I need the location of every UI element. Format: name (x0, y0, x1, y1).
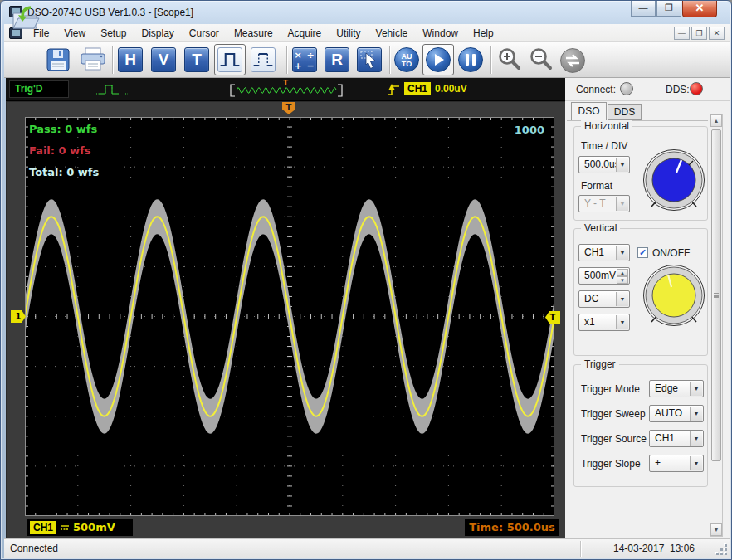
coupling-value: DC (584, 293, 598, 304)
vertical-knob[interactable] (642, 264, 705, 329)
menu-item-help[interactable]: Help (466, 25, 501, 41)
print-button[interactable] (79, 47, 107, 72)
format-dropdown[interactable]: Y - T ▼ (578, 195, 630, 212)
chevron-down-icon: ▼ (616, 315, 628, 329)
probe-value: x1 (584, 316, 595, 328)
trigger-mode-value: Edge (655, 382, 678, 394)
mdi-minimize-button[interactable]: — (674, 27, 690, 40)
pulse-alt-mode-button[interactable] (251, 47, 276, 72)
zoom-in-button[interactable] (496, 46, 523, 73)
trigger-edge-icon (388, 82, 401, 97)
pulse-icon (218, 48, 242, 71)
mdi-close-button[interactable]: ✕ (709, 27, 725, 40)
trigger-mode-dropdown[interactable]: Edge ▼ (649, 380, 704, 397)
menu-item-vehicle[interactable]: Vehicle (368, 25, 416, 41)
channel1-ground-marker[interactable]: 1 (11, 310, 26, 323)
trigger-group-label: Trigger (581, 358, 619, 370)
save-floppy-icon (46, 47, 71, 72)
toolbar-separator (112, 46, 113, 74)
trigger-source-value: CH1 (655, 432, 675, 444)
connect-indicator (620, 82, 633, 95)
volts-div-spinner[interactable]: 500mV ▲ ▼ (578, 267, 630, 285)
trigger-channel-badge: CH1 (404, 82, 431, 95)
dc-coupling-icon (59, 523, 71, 533)
chevron-down-icon: ▼ (616, 246, 628, 260)
scrollbar-down-icon[interactable]: ▼ (710, 523, 722, 536)
cursor-select-button[interactable] (357, 47, 382, 72)
tab-dso[interactable]: DSO (571, 102, 607, 120)
minimize-button[interactable]: — (631, 1, 656, 17)
run-button[interactable] (422, 44, 454, 75)
reference-button[interactable]: R (325, 47, 349, 72)
vertical-system-button[interactable]: V (151, 47, 176, 72)
spinner-up-icon[interactable]: ▲ (617, 269, 628, 276)
maximize-button[interactable]: ❐ (656, 1, 681, 17)
pulse-dashed-icon (251, 48, 275, 71)
trigger-position-marker[interactable]: T (282, 102, 295, 114)
chevron-down-icon: ▼ (690, 382, 702, 396)
connection-row: Connect: DDS: (565, 78, 730, 101)
menu-item-view[interactable]: View (56, 25, 93, 41)
title-bar: DSO-2074G USB Ver1.0.3 - [Scope1] — ❐ ✕ (1, 1, 732, 24)
menu-item-setup[interactable]: Setup (93, 25, 134, 41)
trigger-source-dropdown[interactable]: CH1 ▼ (649, 430, 704, 447)
chevron-down-icon: ▼ (616, 197, 628, 211)
trigger-status-bar: Trig'D T CH1 0.00uV (6, 78, 565, 101)
scope-plot-area[interactable]: Pass: 0 wfs Fail: 0 wfs Total: 0 wfs 100… (25, 117, 554, 516)
math-button[interactable]: × ÷ + − (292, 47, 317, 72)
pulse-preview-icon (95, 81, 129, 98)
total-count: Total: 0 wfs (29, 166, 99, 178)
toolbar: H V T × ÷ + (4, 42, 730, 78)
status-separator (580, 541, 581, 557)
svg-text:÷: ÷ (306, 50, 314, 61)
horizontal-knob[interactable] (642, 149, 705, 213)
time-div-label: Time / DIV (581, 140, 627, 152)
trigger-slope-value: + (655, 457, 661, 469)
trigger-system-button[interactable]: T (184, 47, 209, 72)
channel-dropdown[interactable]: CH1 ▼ (578, 244, 630, 261)
channel-onoff-checkbox[interactable]: ✓ (637, 247, 648, 258)
swap-button[interactable] (560, 48, 585, 73)
chevron-down-icon: ▼ (690, 407, 702, 421)
math-operators-icon: × ÷ + − (293, 48, 316, 71)
time-div-dropdown[interactable]: 500.0us ▼ (578, 156, 630, 173)
mdi-restore-button[interactable]: ❐ (691, 27, 707, 40)
menu-item-cursor[interactable]: Cursor (182, 25, 227, 41)
panel-scrollbar[interactable]: ▲ ▼ (710, 114, 723, 537)
pulse-mode-button[interactable] (214, 44, 246, 75)
zoom-out-button[interactable] (528, 46, 554, 73)
close-button[interactable]: ✕ (682, 1, 717, 17)
scrollbar-thumb[interactable] (711, 129, 721, 461)
open-button[interactable] (11, 5, 41, 32)
save-button[interactable] (46, 47, 71, 72)
menu-item-display[interactable]: Display (134, 25, 182, 41)
buffer-position-preview[interactable]: T (228, 79, 344, 100)
scrollbar-up-icon[interactable]: ▲ (710, 114, 722, 127)
pass-count: Pass: 0 wfs (29, 123, 97, 135)
channel-scale: 500mV (73, 521, 115, 533)
autoset-button[interactable]: AU TO (394, 47, 419, 72)
menu-item-utility[interactable]: Utility (329, 25, 368, 41)
svg-text:×: × (294, 50, 301, 61)
pause-button[interactable] (458, 47, 483, 72)
coupling-dropdown[interactable]: DC ▼ (578, 290, 630, 308)
vertical-group-label: Vertical (581, 222, 620, 234)
trigger-source-label: Trigger Source (581, 433, 647, 445)
menu-item-measure[interactable]: Measure (227, 25, 281, 41)
menu-bar: FileViewSetupDisplayCursorMeasureAcquire… (4, 24, 730, 42)
trigger-slope-dropdown[interactable]: + ▼ (649, 455, 704, 472)
zoom-out-icon (528, 46, 554, 73)
open-folder-icon (11, 5, 41, 32)
probe-dropdown[interactable]: x1 ▼ (578, 314, 630, 331)
tab-dds[interactable]: DDS (608, 104, 642, 120)
chevron-down-icon: ▼ (616, 158, 628, 172)
menu-item-acquire[interactable]: Acquire (281, 25, 329, 41)
app-window: DSO-2074G USB Ver1.0.3 - [Scope1] — ❐ ✕ … (0, 0, 732, 560)
horizontal-system-button[interactable]: H (118, 47, 143, 72)
menu-item-window[interactable]: Window (415, 25, 466, 41)
spinner-down-icon[interactable]: ▼ (617, 276, 628, 284)
trigger-sweep-dropdown[interactable]: AUTO ▼ (649, 405, 704, 422)
channel-info-box: CH1 500mV (27, 519, 133, 536)
toolbar-separator (286, 46, 287, 74)
swap-arrows-icon (561, 49, 584, 72)
